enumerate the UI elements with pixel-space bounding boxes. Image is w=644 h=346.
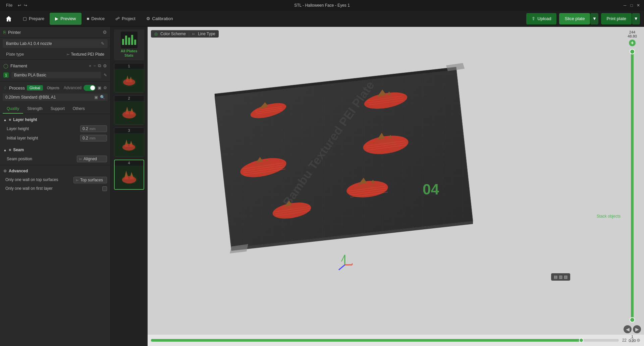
project-tab[interactable]: ☍ Project <box>110 13 141 25</box>
bar-5 <box>134 40 136 45</box>
profile-search-icon[interactable]: 🔍 <box>100 95 105 100</box>
svg-point-3 <box>123 79 135 85</box>
first-layer-checkbox[interactable] <box>102 186 107 191</box>
all-plates-stats[interactable]: All PlatesStats <box>114 30 144 60</box>
plate-3-thumbnail[interactable]: 3 <box>114 127 144 157</box>
titlebar: File ↩ ↪ STL - Halloween Face - Eyes 1 ─… <box>0 0 644 11</box>
filament-add-btn[interactable]: + <box>89 63 92 68</box>
upload-icon: ⇧ <box>532 16 535 21</box>
redo-icon[interactable]: ↪ <box>24 3 27 8</box>
close-btn[interactable]: ✕ <box>636 3 641 8</box>
slider-track[interactable] <box>631 49 634 323</box>
filament-section: ◯ Filament + − ⧉ ⚙ 1 Bambu PLA Basic ✎ <box>0 59 110 81</box>
layer-height-input[interactable]: 0.2 mm <box>80 125 107 132</box>
process-title: Process <box>9 85 25 91</box>
slider-plus-btn[interactable]: + <box>629 40 636 46</box>
minimize-btn[interactable]: ─ <box>623 3 627 8</box>
process-settings-icon[interactable]: ⚙ <box>103 85 107 90</box>
progress-thumb[interactable] <box>579 338 584 343</box>
slider-bottom-thumb[interactable] <box>630 317 635 323</box>
advanced-icon: ⚙ <box>3 169 7 173</box>
others-tab[interactable]: Others <box>69 104 89 114</box>
process-copy-icon[interactable]: ▣ <box>98 85 101 90</box>
support-tab[interactable]: Support <box>47 104 69 114</box>
file-menu[interactable]: File <box>3 2 15 8</box>
right-slider: 244 48.80 + ◀ ▶ 1 0.20 <box>624 27 641 346</box>
viewport: ◎ Color Scheme | ⊢ Line Type <box>148 27 644 346</box>
svg-point-15 <box>122 176 136 183</box>
filament-name[interactable]: Bambu PLA Basic <box>11 72 101 78</box>
printer-edit-icon[interactable]: ✎ <box>101 41 104 46</box>
print-button[interactable]: Print plate <box>601 13 632 24</box>
svg-marker-17 <box>215 67 473 248</box>
strength-tab[interactable]: Strength <box>23 104 46 114</box>
process-tabs: Global Objects <box>27 85 62 91</box>
slider-top-thumb[interactable] <box>630 49 635 54</box>
slice-button[interactable]: Slice plate <box>559 13 590 24</box>
window-title: STL - Halloween Face - Eyes 1 <box>294 3 350 8</box>
slider-top-value: 244 48.80 <box>628 30 637 38</box>
advanced-toggle[interactable] <box>84 85 96 91</box>
stack-objects-btn[interactable]: Stack objects <box>597 214 621 219</box>
advanced-group-title[interactable]: ⚙ Advanced <box>0 167 110 175</box>
plate-1-thumbnail[interactable]: 1 <box>114 63 144 93</box>
bottom-bar: 22 ☷ ☸ <box>148 335 644 346</box>
nav-right-actions: ⇧ Upload Slice plate ▼ Print plate ▼ <box>526 13 644 24</box>
layer-progress-track[interactable] <box>151 339 619 342</box>
titlebar-right: ─ □ ✕ <box>623 3 641 8</box>
plate-1-image <box>114 69 144 92</box>
plate-3-image <box>114 133 144 157</box>
initial-layer-input[interactable]: 0.2 mm <box>80 135 107 141</box>
filament-copy-btn[interactable]: ⧉ <box>98 63 101 68</box>
topnav: ▢ Prepare ▶ Preview ■ Device ☍ Project ⚙… <box>0 11 644 27</box>
layer-next-btn[interactable]: ▶ <box>633 325 641 333</box>
plate-type-value[interactable]: ⊢ Textured PEI Plate <box>67 52 104 57</box>
seam-group-title[interactable]: ▲ ■ Seam <box>0 146 110 154</box>
preview-tab[interactable]: ▶ Preview <box>50 13 81 25</box>
print-dropdown[interactable]: ▼ <box>632 13 640 24</box>
svg-text:04: 04 <box>423 181 439 197</box>
stack-objects-label: Stack objects <box>597 214 621 219</box>
home-button[interactable] <box>3 13 15 25</box>
layer-height-group: ▲ ■ Layer height Layer height 0.2 mm Ini… <box>0 114 110 144</box>
preview-icon: ▶ <box>55 16 58 21</box>
plate-4-thumbnail[interactable]: 4 <box>114 160 144 190</box>
toolbar-icon-1[interactable]: ▤ <box>554 275 557 279</box>
seam-position-dropdown[interactable]: ⊢ Aligned <box>77 156 107 162</box>
svg-point-7 <box>122 111 136 118</box>
filament-remove-btn[interactable]: − <box>93 63 96 68</box>
viewport-toolbar: ▤ ▥ ▨ <box>551 273 570 281</box>
profile-row[interactable]: 0.20mm Standard @BBL A1 ▣ 🔍 <box>3 94 108 101</box>
prepare-tab[interactable]: ▢ Prepare <box>17 13 50 25</box>
undo-icon[interactable]: ↩ <box>18 3 21 8</box>
slider-bottom-value: 1 0.20 <box>629 335 636 343</box>
toolbar-icon-2[interactable]: ▥ <box>559 275 562 279</box>
filament-header: ◯ Filament + − ⧉ ⚙ <box>0 61 110 70</box>
process-objects-tab[interactable]: Objects <box>44 85 62 91</box>
filament-edit-icon[interactable]: ✎ <box>104 73 107 77</box>
device-tab[interactable]: ■ Device <box>82 13 110 25</box>
filament-settings-btn[interactable]: ⚙ <box>103 63 107 68</box>
toolbar-icon-3[interactable]: ▨ <box>564 275 568 279</box>
upload-button[interactable]: ⇧ Upload <box>526 13 556 24</box>
plate-2-label: 2 <box>114 96 144 101</box>
process-global-tab[interactable]: Global <box>27 85 43 91</box>
calibration-tab[interactable]: ⚙ Calibration <box>141 13 178 25</box>
slice-dropdown[interactable]: ▼ <box>590 13 598 24</box>
layer-height-group-title[interactable]: ▲ ■ Layer height <box>0 115 110 124</box>
all-plates-label: All PlatesStats <box>120 48 138 58</box>
maximize-btn[interactable]: □ <box>629 3 634 8</box>
top-surfaces-dropdown[interactable]: ⊢ Top surfaces <box>73 177 107 183</box>
initial-layer-height-row: Initial layer height 0.2 mm <box>0 133 110 143</box>
printer-name-row[interactable]: Bambu Lab A1 0.4 nozzle ✎ <box>3 39 108 48</box>
initial-layer-label: Initial layer height <box>7 136 80 140</box>
left-panel: ⎘ Printer ⚙ Bambu Lab A1 0.4 nozzle ✎ Pl… <box>0 27 111 346</box>
layer-height-icon: ■ <box>9 117 11 122</box>
plate-2-thumbnail[interactable]: 2 <box>114 95 144 125</box>
filament-item: 1 Bambu PLA Basic ✎ <box>0 70 110 80</box>
quality-tab[interactable]: Quality <box>3 104 23 114</box>
line-type-label[interactable]: Line Type <box>198 32 215 36</box>
printer-settings-icon[interactable]: ⚙ <box>103 30 107 35</box>
layer-prev-btn[interactable]: ◀ <box>624 325 632 333</box>
profile-copy-icon[interactable]: ▣ <box>94 95 98 100</box>
